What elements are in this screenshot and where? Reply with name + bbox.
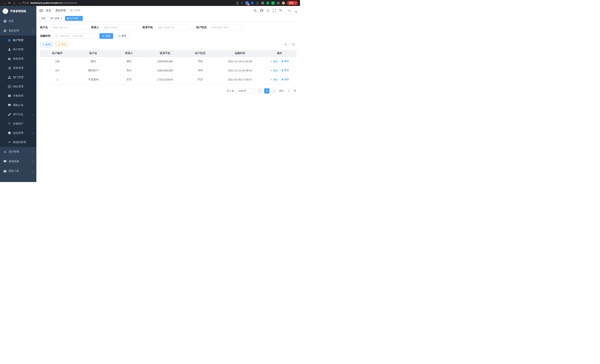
page-size-select[interactable]: 10条/页 — [236, 88, 255, 93]
edit-label: 修改 — [273, 69, 278, 72]
create-time-range-picker[interactable]: 开始日期 - 结束日期 — [53, 33, 97, 39]
sidebar-item-devtools[interactable]: 研发工具 — [0, 166, 36, 176]
sidebar-item-system[interactable]: 系统管理 — [0, 26, 36, 36]
extension-icon-5[interactable] — [266, 1, 269, 5]
status-select[interactable]: 请选择租户状态 — [209, 25, 244, 30]
add-button[interactable]: + 新增 — [40, 42, 53, 47]
chevron-down-icon — [240, 26, 241, 29]
extension-icon-6[interactable] — [272, 1, 275, 5]
extension-icon-1[interactable]: 10 — [245, 1, 249, 5]
end-date-placeholder: 结束日期 — [73, 34, 82, 38]
user-avatar[interactable] — [285, 7, 293, 14]
browser-refresh-icon[interactable]: ↻ — [7, 0, 12, 5]
sidebar-item-notice[interactable]: 通知公告 — [0, 101, 36, 110]
sidebar-item-payment[interactable]: ¥ 支付管理 — [0, 147, 36, 157]
app-header: 首页 / 系统管理 / 租户管理 ? — [36, 6, 300, 15]
export-button[interactable]: 导出 — [55, 42, 69, 47]
mobile-input[interactable] — [158, 26, 188, 29]
sidebar-item-tenant[interactable]: 租户管理 — [0, 36, 36, 45]
delete-row-button[interactable]: 删除 — [281, 78, 289, 81]
reset-button[interactable]: 重置 — [115, 33, 129, 39]
sidebar-item-user[interactable]: 用户管理 — [0, 45, 36, 54]
cell-mobile: 15601691300 — [146, 57, 184, 66]
extension-icon-3[interactable] — [256, 1, 259, 5]
breadcrumb-separator: / — [53, 9, 54, 12]
extension-icon-2[interactable] — [251, 1, 254, 5]
warning-icon: ⚠ — [19, 2, 21, 4]
delete-row-button[interactable]: 删除 — [281, 69, 289, 72]
close-icon[interactable]: × — [61, 17, 62, 20]
sidebar-item-dict[interactable]: 字典管理 — [0, 91, 36, 101]
edit-row-button[interactable]: ✎修改 — [270, 78, 278, 81]
sidebar-item-post[interactable]: 岗位管理 — [0, 82, 36, 91]
sidebar-item-error-code[interactable]: </> 错误码管理 — [0, 138, 36, 147]
sidebar-item-online-user[interactable]: 在线用户 — [0, 119, 36, 128]
next-page-button[interactable] — [271, 88, 276, 93]
contact-input[interactable] — [104, 26, 135, 29]
sidebar-item-label: 研发工具 — [9, 169, 19, 173]
user-icon — [8, 48, 11, 51]
browser-update-button[interactable]: 更新 ⋮ — [287, 1, 298, 5]
help-icon[interactable]: ? — [266, 9, 270, 12]
tab-home[interactable]: 首页 — [39, 16, 47, 21]
sidebar: 芋道管理系统 首页 系统管理 — [0, 6, 36, 182]
sidebar-item-sms[interactable]: 短信管理 — [0, 128, 36, 138]
sidebar-item-home[interactable]: 首页 — [0, 16, 36, 26]
browser-profile-avatar[interactable] — [282, 1, 285, 5]
address-bar[interactable]: dashboard.yudao.iocoder.cn/system/tenant — [30, 2, 77, 4]
dict-book-icon — [8, 94, 11, 98]
col-status: 租户状态 — [184, 50, 217, 57]
breadcrumb-system[interactable]: 系统管理 — [55, 9, 66, 12]
table-header-row: 租户编号 租户名 联系人 联系手机 租户状态 创建时间 操作 — [40, 50, 296, 57]
edit-row-button[interactable]: ✎修改 — [270, 69, 278, 72]
breadcrumb-home[interactable]: 首页 — [46, 9, 51, 12]
browser-menu-kebab-icon[interactable]: ⋮ — [294, 2, 297, 4]
search-button[interactable]: 搜索 — [99, 33, 113, 39]
delete-row-button[interactable]: 删除 — [281, 60, 289, 63]
cell-created-at: 2021-12-14 20:49:44 — [217, 66, 263, 75]
cell-status: 关闭 — [184, 57, 217, 66]
extensions-puzzle-icon[interactable] — [277, 1, 280, 5]
breadcrumb: 首页 / 系统管理 / 租户管理 — [46, 9, 80, 12]
sidebar-toggle-icon[interactable] — [39, 9, 43, 12]
font-size-icon[interactable]: TT — [279, 9, 282, 12]
prev-page-button[interactable] — [257, 88, 262, 93]
sidebar-item-infra[interactable]: 基础设施 — [0, 157, 36, 166]
search-button-label: 搜索 — [106, 34, 110, 38]
tenant-name-input[interactable] — [53, 26, 84, 29]
tab-tenant[interactable]: 租户管理 × — [65, 16, 83, 21]
show-search-toggle-button[interactable] — [283, 42, 289, 47]
github-icon[interactable] — [260, 9, 263, 12]
sidebar-item-dept[interactable]: 部门管理 — [0, 73, 36, 82]
screen: ← ↻ ⌂ ⚠ 不安全 dashboard.yudao.iocoder.cn/s… — [0, 0, 300, 182]
sidebar-logo[interactable]: 芋道管理系统 — [0, 6, 36, 16]
refresh-table-button[interactable] — [291, 42, 296, 47]
goto-unit: 页 — [294, 89, 296, 93]
site-security-chip[interactable]: ⚠ 不安全 — [19, 1, 29, 5]
close-icon[interactable]: × — [80, 17, 81, 20]
tab-dept[interactable]: 部门管理 × — [49, 16, 64, 21]
edit-label: 修改 — [273, 78, 278, 81]
browser-home-icon[interactable]: ⌂ — [12, 0, 17, 5]
extension-icon-4[interactable] — [261, 1, 264, 5]
tab-label: 部门管理 — [50, 17, 59, 20]
chevron-down-icon — [32, 131, 33, 134]
sidebar-item-audit-log[interactable]: 审计日志 — [0, 110, 36, 119]
fullscreen-icon[interactable] — [273, 9, 276, 12]
trash-icon — [281, 78, 283, 81]
share-icon[interactable] — [236, 1, 239, 4]
sidebar-item-label: 用户管理 — [13, 48, 23, 51]
delete-label: 删除 — [284, 69, 289, 72]
sidebar-item-role[interactable]: 角色管理 — [0, 54, 36, 64]
cell-tenant-id: 108 — [40, 57, 75, 66]
browser-back-icon[interactable]: ← — [2, 0, 7, 5]
goto-page-input[interactable] — [285, 88, 293, 93]
delete-label: 删除 — [284, 78, 289, 81]
page-1-button[interactable]: 1 — [264, 88, 269, 93]
sidebar-item-menu[interactable]: 菜单管理 — [0, 64, 36, 73]
sidebar-item-label: 部门管理 — [13, 76, 23, 79]
col-mobile: 联系手机 — [146, 50, 184, 57]
edit-row-button[interactable]: ✎修改 — [270, 60, 278, 63]
search-icon[interactable] — [253, 9, 257, 12]
bookmark-star-icon[interactable]: ☆ — [241, 1, 244, 5]
